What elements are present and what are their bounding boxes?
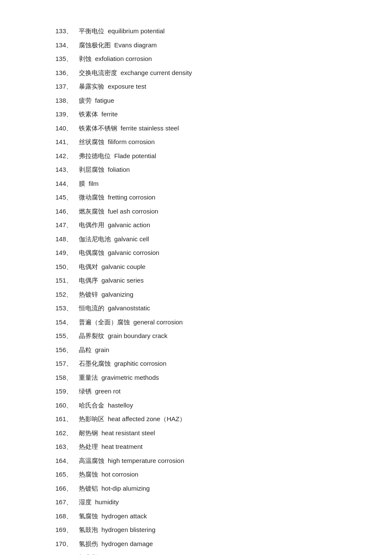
list-item: 169、氢鼓泡hydrogen blistering bbox=[55, 524, 337, 536]
term-english: galvanoststatic bbox=[108, 303, 150, 314]
term-number: 162、 bbox=[55, 428, 79, 439]
term-chinese: 膜 bbox=[79, 179, 85, 190]
term-chinese: 绿锈 bbox=[79, 386, 92, 397]
list-item: 164、高温腐蚀high temperature corrosion bbox=[55, 455, 337, 467]
list-item: 143、剥层腐蚀foliation bbox=[55, 164, 337, 176]
term-chinese: 热处理 bbox=[79, 442, 98, 453]
term-number: 170、 bbox=[55, 538, 79, 549]
term-number: 161、 bbox=[55, 413, 79, 425]
list-item: 147、电偶作用galvanic action bbox=[55, 220, 337, 231]
term-english: grain bbox=[95, 344, 109, 356]
term-number: 142、 bbox=[55, 150, 79, 162]
list-item: 166、热镀铝hot-dip alumizing bbox=[55, 483, 337, 494]
term-english: foliation bbox=[108, 164, 130, 175]
term-english: gravimetric methods bbox=[101, 372, 159, 383]
term-number: 158、 bbox=[55, 372, 79, 383]
term-english: green rot bbox=[95, 386, 121, 397]
term-chinese: 铁素体 bbox=[79, 109, 98, 120]
term-chinese: 氢腐蚀 bbox=[79, 511, 98, 522]
term-number: 140、 bbox=[55, 123, 79, 134]
list-item: 165、热腐蚀hot corrosion bbox=[55, 469, 337, 480]
term-english: graphitic corrosion bbox=[114, 358, 167, 369]
term-number: 159、 bbox=[55, 386, 79, 397]
term-chinese: 高温腐蚀 bbox=[79, 456, 104, 467]
term-chinese: 剥层腐蚀 bbox=[79, 165, 104, 176]
term-english: hot-dip alumizing bbox=[101, 483, 150, 494]
term-chinese: 热镀铝 bbox=[79, 483, 98, 494]
term-english: general corrosion bbox=[133, 317, 183, 328]
term-chinese: 氢电极 bbox=[79, 552, 98, 555]
term-chinese: 氢鼓泡 bbox=[79, 525, 98, 536]
term-number: 138、 bbox=[55, 95, 79, 106]
list-item: 159、绿锈green rot bbox=[55, 386, 337, 397]
term-number: 155、 bbox=[55, 330, 79, 341]
list-item: 170、氢损伤hydrogen damage bbox=[55, 538, 337, 550]
term-number: 152、 bbox=[55, 289, 79, 300]
term-number: 166、 bbox=[55, 483, 79, 494]
term-chinese: 暴露实验 bbox=[79, 81, 104, 92]
term-chinese: 电偶腐蚀 bbox=[79, 248, 104, 259]
term-number: 154、 bbox=[55, 317, 79, 328]
list-item: 163、热处理heat treatment bbox=[55, 441, 337, 453]
term-chinese: 丝状腐蚀 bbox=[79, 137, 104, 148]
term-chinese: 晶粒 bbox=[79, 345, 92, 356]
term-english: grain boundary crack bbox=[108, 330, 167, 341]
list-item: 157、石墨化腐蚀graphitic corrosion bbox=[55, 358, 337, 370]
term-number: 136、 bbox=[55, 67, 79, 78]
term-number: 169、 bbox=[55, 524, 79, 535]
term-english: galvanizing bbox=[101, 289, 133, 300]
term-chinese: 石墨化腐蚀 bbox=[79, 358, 111, 370]
term-number: 141、 bbox=[55, 136, 79, 147]
list-item: 151、电偶序galvanic series bbox=[55, 275, 337, 286]
list-item: 138、疲劳fatigue bbox=[55, 95, 337, 107]
term-english: exfoliation corrosion bbox=[95, 53, 152, 64]
term-chinese: 铁素体不锈钢 bbox=[79, 123, 117, 134]
list-item: 137、暴露实验exposure test bbox=[55, 81, 337, 92]
term-number: 160、 bbox=[55, 400, 79, 411]
list-item: 149、电偶腐蚀galvanic corrosion bbox=[55, 247, 337, 259]
list-item: 150、电偶对galvanic couple bbox=[55, 261, 337, 273]
term-number: 151、 bbox=[55, 275, 79, 286]
term-number: 163、 bbox=[55, 441, 79, 452]
term-chinese: 热镀锌 bbox=[79, 289, 98, 301]
term-english: hot corrosion bbox=[101, 469, 138, 480]
term-english: filiform corrosion bbox=[108, 136, 155, 147]
term-english: exchange current density bbox=[121, 67, 192, 78]
list-item: 171、氢电极hydrogen electrode bbox=[55, 552, 337, 555]
term-chinese: 晶界裂纹 bbox=[79, 331, 104, 342]
term-english: ferrite stainless steel bbox=[121, 123, 179, 134]
list-item: 136、交换电流密度exchange current density bbox=[55, 67, 337, 79]
term-number: 146、 bbox=[55, 206, 79, 217]
term-number: 144、 bbox=[55, 178, 79, 189]
term-english: Evans diagram bbox=[114, 40, 157, 51]
term-english: hydrogen electrode bbox=[101, 552, 156, 555]
list-item: 155、晶界裂纹grain boundary crack bbox=[55, 330, 337, 342]
term-chinese: 氢损伤 bbox=[79, 539, 98, 550]
term-english: galvanic cell bbox=[114, 234, 149, 245]
term-chinese: 热腐蚀 bbox=[79, 469, 98, 480]
term-chinese: 哈氏合金 bbox=[79, 400, 104, 411]
term-chinese: 电偶作用 bbox=[79, 220, 104, 231]
term-english: galvanic action bbox=[108, 220, 150, 231]
list-item: 134、腐蚀极化图Evans diagram bbox=[55, 40, 337, 51]
list-item: 161、热影响区heat affected zone（HAZ） bbox=[55, 413, 337, 425]
term-number: 143、 bbox=[55, 164, 79, 175]
term-chinese: 重量法 bbox=[79, 373, 98, 384]
term-english: galvanic series bbox=[101, 275, 144, 286]
list-item: 145、微动腐蚀fretting corrosion bbox=[55, 192, 337, 203]
term-english: heat treatment bbox=[101, 441, 143, 452]
term-number: 137、 bbox=[55, 81, 79, 92]
term-number: 150、 bbox=[55, 261, 79, 272]
term-number: 139、 bbox=[55, 109, 79, 120]
term-english: hydrogen blistering bbox=[101, 524, 156, 535]
term-chinese: 弗拉德电位 bbox=[79, 151, 111, 162]
list-item: 153、恒电流的galvanoststatic bbox=[55, 303, 337, 314]
term-chinese: 恒电流的 bbox=[79, 303, 104, 314]
list-item: 162、耐热钢heat resistant steel bbox=[55, 428, 337, 439]
list-item: 154、普遍（全面）腐蚀general corrosion bbox=[55, 317, 337, 328]
list-item: 133、平衡电位equilibrium potential bbox=[55, 26, 337, 37]
list-item: 139、铁素体ferrite bbox=[55, 109, 337, 120]
term-chinese: 微动腐蚀 bbox=[79, 192, 104, 203]
term-list: 133、平衡电位equilibrium potential134、腐蚀极化图Ev… bbox=[55, 26, 337, 555]
term-number: 134、 bbox=[55, 40, 79, 51]
